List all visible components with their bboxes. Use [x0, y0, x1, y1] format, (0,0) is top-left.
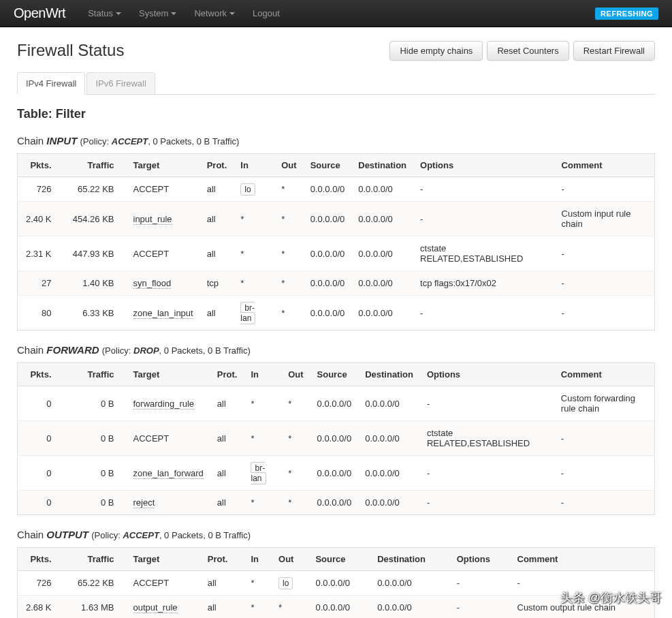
reset-counters-button[interactable]: Reset Counters: [487, 41, 569, 61]
table-row: 2.31 K447.93 KBACCEPTall**0.0.0.0/00.0.0…: [18, 236, 655, 271]
cell-out: *: [281, 456, 310, 491]
cell-in: *: [234, 202, 274, 236]
brand[interactable]: OpenWrt: [14, 5, 65, 21]
cell-prot: all: [210, 491, 244, 515]
tabs: IPv4 Firewall IPv6 Firewall: [17, 72, 655, 95]
cell-dest: 0.0.0.0/0: [358, 456, 420, 491]
cell-in: br-lan: [234, 296, 274, 330]
cell-pkts: 0: [18, 386, 65, 421]
chain-heading: Chain INPUT (Policy: ACCEPT, 0 Packets, …: [17, 135, 655, 146]
table-row: 271.40 KBsyn_floodtcp**0.0.0.0/00.0.0.0/…: [18, 271, 655, 296]
cell-in: *: [234, 236, 274, 271]
col-out: Out: [272, 548, 308, 571]
cell-comment: -: [555, 177, 655, 202]
iface-badge: lo: [278, 577, 293, 589]
table-row: 72665.22 KBACCEPTall*lo0.0.0.0/00.0.0.0/…: [18, 571, 655, 596]
table-row: 00 Bforwarding_ruleall**0.0.0.0/00.0.0.0…: [18, 386, 655, 421]
col-source: Source: [308, 548, 370, 571]
col-source: Source: [304, 154, 352, 177]
chain-heading: Chain FORWARD (Policy: DROP, 0 Packets, …: [17, 344, 655, 356]
col-traffic: Traffic: [65, 154, 127, 177]
col-pkts: Pkts.: [18, 363, 65, 386]
cell-source: 0.0.0.0/0: [304, 236, 352, 271]
nav-network[interactable]: Network: [185, 1, 244, 25]
target-link[interactable]: output_rule: [133, 602, 178, 613]
cell-pkts: 0: [18, 491, 65, 515]
col-dest: Destination: [351, 154, 413, 177]
col-traffic: Traffic: [65, 363, 127, 386]
target-link[interactable]: reject: [133, 497, 155, 508]
cell-comment: -: [554, 421, 655, 456]
cell-dest: 0.0.0.0/0: [370, 596, 450, 619]
cell-options: -: [450, 596, 511, 619]
cell-options: ctstate RELATED,ESTABLISHED: [420, 421, 554, 456]
iface-badge: lo: [240, 183, 255, 196]
col-prot: Prot.: [201, 548, 244, 571]
cell-dest: 0.0.0.0/0: [351, 296, 413, 330]
cell-pkts: 0: [18, 421, 65, 456]
tab-ipv6-firewall[interactable]: IPv6 Firewall: [86, 72, 155, 95]
cell-dest: 0.0.0.0/0: [351, 177, 413, 202]
chain-table: Pkts.TrafficTargetProt.InOutSourceDestin…: [17, 547, 655, 618]
cell-in: *: [244, 421, 281, 456]
target-link[interactable]: zone_lan_input: [133, 308, 193, 319]
nav-system[interactable]: System: [130, 1, 185, 25]
cell-dest: 0.0.0.0/0: [370, 571, 450, 596]
cell-traffic: 1.40 KB: [65, 271, 127, 296]
col-options: Options: [450, 548, 511, 571]
col-target: Target: [127, 363, 210, 386]
cell-traffic: 0 B: [65, 491, 127, 515]
cell-source: 0.0.0.0/0: [304, 271, 352, 296]
cell-traffic: 447.93 KB: [65, 236, 127, 271]
cell-source: 0.0.0.0/0: [304, 296, 352, 330]
target-link[interactable]: forwarding_rule: [133, 399, 195, 410]
col-target: Target: [127, 548, 201, 571]
cell-traffic: 0 B: [65, 456, 127, 491]
cell-in: *: [244, 491, 281, 515]
restart-firewall-button[interactable]: Restart Firewall: [573, 41, 655, 61]
cell-pkts: 726: [18, 177, 65, 202]
cell-source: 0.0.0.0/0: [308, 596, 370, 619]
cell-out: *: [272, 596, 308, 619]
col-traffic: Traffic: [65, 548, 127, 571]
cell-target: ACCEPT: [127, 421, 210, 456]
cell-out: lo: [272, 571, 308, 596]
cell-out: *: [274, 271, 303, 296]
chain-table: Pkts.TrafficTargetProt.InOutSourceDestin…: [17, 362, 655, 515]
cell-target: output_rule: [127, 596, 201, 619]
col-target: Target: [127, 154, 200, 177]
cell-target: zone_lan_forward: [127, 456, 210, 491]
cell-comment: -: [555, 296, 655, 330]
col-in: In: [234, 154, 274, 177]
cell-traffic: 1.63 MB: [65, 596, 127, 619]
cell-source: 0.0.0.0/0: [310, 421, 359, 456]
cell-source: 0.0.0.0/0: [310, 386, 359, 421]
target-link[interactable]: zone_lan_forward: [133, 468, 204, 479]
iface-badge: br-lan: [251, 462, 266, 484]
target-link[interactable]: syn_flood: [133, 278, 172, 289]
cell-prot: all: [210, 421, 244, 456]
chevron-down-icon: [229, 12, 235, 15]
cell-options: -: [413, 177, 555, 202]
cell-target: reject: [127, 491, 210, 515]
col-in: In: [244, 363, 281, 386]
col-in: In: [244, 548, 272, 571]
cell-traffic: 454.26 KB: [65, 202, 127, 236]
table-row: 72665.22 KBACCEPTalllo*0.0.0.0/00.0.0.0/…: [18, 177, 655, 202]
nav-status[interactable]: Status: [79, 1, 130, 25]
cell-traffic: 65.22 KB: [65, 571, 127, 596]
hide-empty-chains-button[interactable]: Hide empty chains: [389, 41, 483, 61]
cell-traffic: 0 B: [65, 386, 127, 421]
cell-prot: all: [210, 386, 244, 421]
cell-options: ctstate RELATED,ESTABLISHED: [413, 236, 555, 271]
cell-source: 0.0.0.0/0: [304, 177, 352, 202]
target-link[interactable]: input_rule: [133, 214, 172, 225]
cell-source: 0.0.0.0/0: [310, 456, 359, 491]
cell-source: 0.0.0.0/0: [308, 571, 370, 596]
table-row: 2.68 K1.63 MBoutput_ruleall**0.0.0.0/00.…: [18, 596, 655, 619]
nav-logout[interactable]: Logout: [244, 1, 289, 25]
tab-ipv4-firewall[interactable]: IPv4 Firewall: [17, 72, 85, 95]
cell-options: -: [420, 456, 554, 491]
cell-prot: all: [210, 456, 244, 491]
cell-pkts: 2.31 K: [18, 236, 65, 271]
